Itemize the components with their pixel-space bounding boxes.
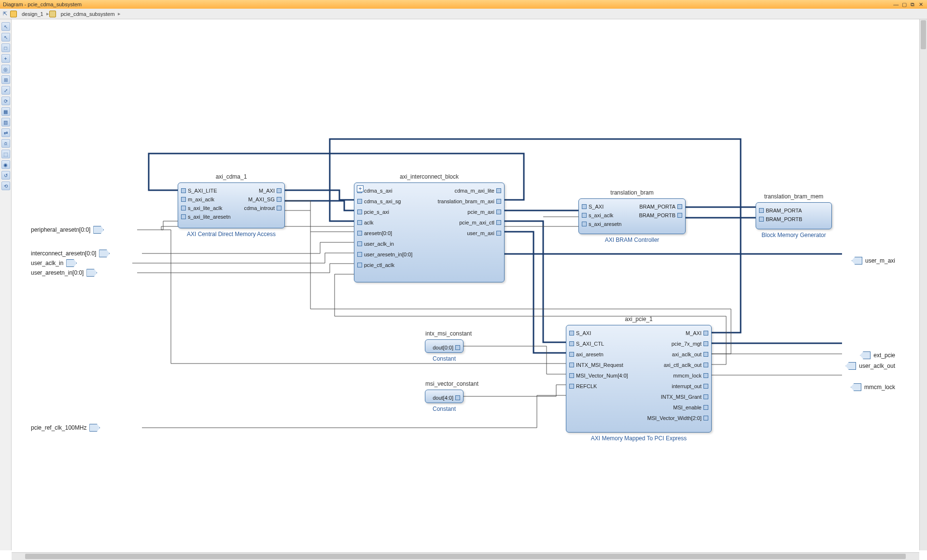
toolbar-button-4[interactable]: ◎ <box>1 65 10 73</box>
port-pcie-m-axi-ctl[interactable]: pcie_m_axi_ctl <box>459 220 501 225</box>
port-dout-4-0-[interactable]: dout[4:0] <box>433 395 460 401</box>
pin-icon <box>582 222 587 226</box>
port-intx-msi-grant[interactable]: INTX_MSI_Grant <box>661 394 708 400</box>
port-bram-portb[interactable]: BRAM_PORTB <box>759 216 802 222</box>
toolbar-button-9[interactable]: ▥ <box>1 118 10 126</box>
port-s-axi-ctl[interactable]: S_AXI_CTL <box>569 341 604 347</box>
port-mmcm-lock[interactable]: mmcm_lock <box>673 373 708 378</box>
pin-icon <box>357 263 362 267</box>
port-axi-aresetn[interactable]: axi_aresetn <box>569 351 604 357</box>
expand-icon[interactable]: + <box>357 185 364 192</box>
horizontal-scrollbar[interactable] <box>12 552 919 560</box>
toolbar-button-15[interactable]: ⟲ <box>1 182 10 190</box>
toolbar-button-5[interactable]: ⊞ <box>1 75 10 84</box>
block-axi_ic[interactable]: axi_interconnect_blockcdma_s_axicdma_s_a… <box>354 182 505 282</box>
breadcrumb-child[interactable]: pcie_cdma_subsystem <box>58 11 118 17</box>
port-bram-portb[interactable]: BRAM_PORTB <box>639 212 682 218</box>
port-s-axi[interactable]: S_AXI <box>582 204 604 210</box>
ext-port-user-aresetn-in-0-0-[interactable]: user_aresetn_in[0:0] <box>31 269 100 277</box>
diagram-canvas[interactable]: axi_cdma_1AXI Central Direct Memory Acce… <box>12 19 927 550</box>
toolbar-button-13[interactable]: ◉ <box>1 160 10 169</box>
port-cdma-introut[interactable]: cdma_introut <box>244 205 281 211</box>
port-pcie-s-axi[interactable]: pcie_s_axi <box>357 209 389 215</box>
port-refclk[interactable]: REFCLK <box>569 383 597 389</box>
port-pcie-7x-mgt[interactable]: pcie_7x_mgt <box>672 341 708 347</box>
port-bram-porta[interactable]: BRAM_PORTA <box>759 208 802 213</box>
port-m-axi-aclk[interactable]: m_axi_aclk <box>181 196 214 202</box>
port-s-axi-lite-aresetn[interactable]: s_axi_lite_aresetn <box>181 214 231 220</box>
pin-icon <box>569 341 574 346</box>
ext-port-pcie-ref-clk-100mhz[interactable]: pcie_ref_clk_100MHz <box>31 424 103 432</box>
port-s-axi-lite[interactable]: S_AXI_LITE <box>181 188 217 194</box>
port-axi-aclk-out[interactable]: axi_aclk_out <box>672 351 708 357</box>
port-m-axi-sg[interactable]: M_AXI_SG <box>248 196 281 202</box>
ext-port-ext-pcie[interactable]: ext_pcie <box>857 351 895 359</box>
port-dout-0-0-[interactable]: dout[0:0] <box>433 345 460 350</box>
port-cdma-m-axi-lite[interactable]: cdma_m_axi_lite <box>454 188 501 194</box>
port-msi-vector-width-2-0-[interactable]: MSI_Vector_Width[2:0] <box>647 415 709 421</box>
toolbar-button-11[interactable]: ⛭ <box>1 139 10 148</box>
breadcrumb-root[interactable]: design_1 <box>19 11 46 17</box>
port-interrupt-out[interactable]: interrupt_out <box>672 383 708 389</box>
port-translation-bram-m-axi[interactable]: translation_bram_m_axi <box>438 198 501 204</box>
scrollbar-thumb[interactable] <box>25 554 906 559</box>
pin-icon <box>703 363 708 367</box>
close-icon[interactable]: ✕ <box>917 0 924 9</box>
toolbar-button-3[interactable]: + <box>1 54 10 63</box>
toolbar-button-8[interactable]: ▦ <box>1 107 10 116</box>
toolbar-button-0[interactable]: ↖ <box>1 22 10 31</box>
toolbar-button-14[interactable]: ↺ <box>1 171 10 180</box>
port-user-aresetn-in-0-0-[interactable]: user_aresetn_in[0:0] <box>357 252 412 257</box>
port-msi-enable[interactable]: MSI_enable <box>673 405 708 410</box>
toolbar-button-10[interactable]: ⇄ <box>1 128 10 137</box>
port-bram-porta[interactable]: BRAM_PORTA <box>639 204 682 210</box>
ext-port-user-aclk-in[interactable]: user_aclk_in <box>31 259 80 267</box>
port-pcie-m-axi[interactable]: pcie_m_axi <box>467 209 501 215</box>
block-title: msi_vector_constant <box>425 380 463 387</box>
block-subtitle: Block Memory Generator <box>756 232 831 238</box>
port-s-axi[interactable]: S_AXI <box>569 330 591 336</box>
block-pcie[interactable]: axi_pcie_1AXI Memory Mapped To PCI Expre… <box>566 325 712 433</box>
toolbar-button-1[interactable]: ↖ <box>1 33 10 42</box>
port-s-axi-lite-aclk[interactable]: s_axi_lite_aclk <box>181 205 223 211</box>
port-aclk[interactable]: aclk <box>357 220 374 225</box>
minimize-icon[interactable]: — <box>893 0 899 9</box>
port-m-axi[interactable]: M_AXI <box>686 330 708 336</box>
port-intx-msi-request[interactable]: INTX_MSI_Request <box>569 362 623 368</box>
block-axi_cdma[interactable]: axi_cdma_1AXI Central Direct Memory Acce… <box>178 182 285 228</box>
toolbar-button-12[interactable]: ⬚ <box>1 150 10 158</box>
ext-port-user-aclk-out[interactable]: user_aclk_out <box>843 362 895 370</box>
window-title-bar: Diagram - pcie_cdma_subsystem — ▢ ⧉ ✕ <box>0 0 927 9</box>
port-aresetn-0-0-[interactable]: aresetn[0:0] <box>357 230 392 236</box>
block-tbram_mem[interactable]: translation_bram_memBlock Memory Generat… <box>756 202 832 229</box>
toolbar-button-6[interactable]: ⤢ <box>1 86 10 95</box>
port-m-axi[interactable]: M_AXI <box>259 188 281 194</box>
port-user-aclk-in[interactable]: user_aclk_in <box>357 241 394 247</box>
port-msi-vector-num-4-0-[interactable]: MSI_Vector_Num[4:0] <box>569 373 628 378</box>
block-msiv[interactable]: msi_vector_constantConstantdout[4:0] <box>425 390 464 403</box>
port-user-m-axi[interactable]: user_m_axi <box>467 230 501 236</box>
port-s-axi-aclk[interactable]: s_axi_aclk <box>582 212 613 218</box>
restore-icon[interactable]: ⧉ <box>909 0 916 9</box>
port-s-axi-aresetn[interactable]: s_axi_aresetn <box>582 221 622 227</box>
vertical-scrollbar[interactable] <box>919 19 927 550</box>
toolbar-button-7[interactable]: ⟳ <box>1 97 10 105</box>
toolbar-button-2[interactable]: □ <box>1 43 10 52</box>
breadcrumb-up-icon[interactable]: ⇱ <box>3 11 7 17</box>
ext-port-user-m-axi[interactable]: user_m_axi <box>849 257 895 265</box>
pin-icon <box>357 252 362 257</box>
maximize-icon[interactable]: ▢ <box>901 0 908 9</box>
port-axi-ctl-aclk-out[interactable]: axi_ctl_aclk_out <box>664 362 708 368</box>
port-pcie-ctl-aclk[interactable]: pcie_ctl_aclk <box>357 262 394 268</box>
ext-port-peripheral-aresetn-0-0-[interactable]: peripheral_aresetn[0:0] <box>31 226 107 234</box>
ext-port-mmcm-lock[interactable]: mmcm_lock <box>848 383 895 391</box>
pin-icon <box>703 384 708 389</box>
block-tbram[interactable]: translation_bramAXI BRAM ControllerS_AXI… <box>578 198 686 234</box>
pin-icon <box>703 341 708 346</box>
ext-port-interconnect-aresetn-0-0-[interactable]: interconnect_aresetn[0:0] <box>31 250 112 257</box>
pin-icon <box>582 213 587 218</box>
scrollbar-thumb[interactable] <box>921 20 926 49</box>
port-arrow-icon <box>852 257 862 265</box>
block-intx[interactable]: intx_msi_constantConstantdout[0:0] <box>425 339 464 353</box>
port-cdma-s-axi-sg[interactable]: cdma_s_axi_sg <box>357 198 401 204</box>
